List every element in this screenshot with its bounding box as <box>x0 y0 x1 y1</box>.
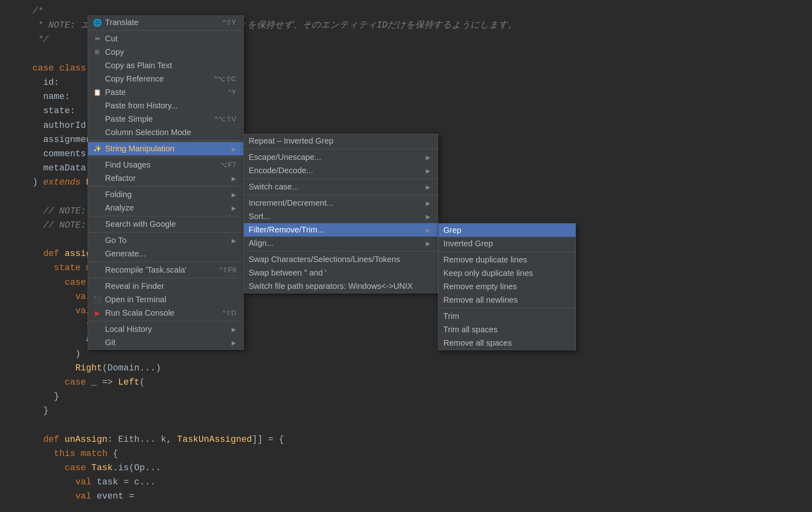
menu-item-label: Repeat – Inverted Grep <box>249 136 430 146</box>
menu-item-label: Paste <box>105 88 220 97</box>
menu-separator <box>244 149 438 149</box>
menu-item-label: Refactor <box>105 174 228 183</box>
menu-item-paste-history[interactable]: Paste from History... <box>88 99 243 112</box>
menu-item-copy-plain[interactable]: Copy as Plain Text <box>88 59 243 72</box>
menu-item-label: Remove all spaces <box>443 338 568 348</box>
translate-icon: 🌐 <box>93 18 102 27</box>
menu-item-translate[interactable]: 🌐 Translate ^⇧Y <box>88 16 243 29</box>
menu-item-refactor[interactable]: Refactor ▶ <box>88 172 243 185</box>
menu-item-swap-quotes[interactable]: Swap between " and ' <box>244 266 438 280</box>
submenu-arrow: ▶ <box>232 191 236 198</box>
menu-item-label: Paste from History... <box>105 101 236 110</box>
submenu-arrow: ▶ <box>426 227 430 233</box>
menu-item-grep[interactable]: Grep <box>438 224 576 237</box>
submenu-arrow: ▶ <box>426 213 430 220</box>
menu-item-trim-all-spaces[interactable]: Trim all spaces <box>438 323 576 336</box>
menu-separator <box>88 262 243 262</box>
menu-item-swap-chars[interactable]: Swap Characters/Selections/Lines/Tokens <box>244 253 438 266</box>
menu-item-run-scala[interactable]: ▶ Run Scala Console ^⇧D <box>88 306 243 320</box>
menu-item-label: Swap between " and ' <box>249 268 430 278</box>
menu-item-label: Remove all newlines <box>443 295 568 305</box>
menu-item-paste-simple[interactable]: Paste Simple ^⌥⇧V <box>88 112 243 126</box>
menu-item-shortcut: ^⌥⇧V <box>215 115 236 123</box>
menu-item-column-selection[interactable]: Column Selection Mode <box>88 126 243 139</box>
menu-item-keep-duplicate[interactable]: Keep only duplicate lines <box>438 267 576 280</box>
menu-separator <box>244 251 438 252</box>
search-google-icon <box>93 220 102 229</box>
menu-item-sort[interactable]: Sort... ▶ <box>244 210 438 223</box>
menu-item-find-usages[interactable]: Find Usages ⌥F7 <box>88 158 243 172</box>
menu-item-label: Copy as Plain Text <box>105 61 236 70</box>
paste-simple-icon <box>93 115 102 124</box>
menu-item-repeat-inverted-grep[interactable]: Repeat – Inverted Grep <box>244 134 438 148</box>
menu-item-switch-case[interactable]: Switch case... ▶ <box>244 180 438 194</box>
menu-item-trim[interactable]: Trim <box>438 310 576 323</box>
string-manip-icon: ✨ <box>93 144 102 153</box>
menu-item-label: Swap Characters/Selections/Lines/Tokens <box>249 255 430 264</box>
menu-item-inverted-grep[interactable]: Inverted Grep <box>438 237 576 250</box>
string-manipulation-submenu: Repeat – Inverted Grep Escape/Unescape..… <box>243 134 438 293</box>
menu-item-generate[interactable]: Generate... <box>88 247 243 260</box>
menu-separator <box>438 308 576 308</box>
submenu-arrow: ▶ <box>426 200 430 207</box>
menu-item-shortcut: ⌥F7 <box>220 161 236 169</box>
menu-item-label: Folding <box>105 190 228 199</box>
menu-item-git[interactable]: Git ▶ <box>88 336 243 349</box>
menu-item-string-manipulation[interactable]: ✨ String Manipulation ▶ <box>88 142 243 155</box>
terminal-icon: ⬛ <box>93 295 102 304</box>
menu-item-goto[interactable]: Go To ▶ <box>88 234 243 247</box>
menu-item-align[interactable]: Align... ▶ <box>244 237 438 250</box>
menu-item-cut[interactable]: ✂ Cut <box>88 32 243 45</box>
menu-item-label: Local History <box>105 325 228 334</box>
code-line: */ <box>32 34 49 45</box>
menu-separator <box>88 216 243 216</box>
menu-item-increment-decrement[interactable]: Increment/Decrement... ▶ <box>244 196 438 210</box>
menu-item-paste[interactable]: 📋 Paste ^Y <box>88 86 243 99</box>
menu-item-remove-empty[interactable]: Remove empty lines <box>438 280 576 293</box>
menu-item-copy[interactable]: ⎘ Copy <box>88 45 243 59</box>
menu-item-filter-remove-trim[interactable]: Filter/Remove/Trim... ▶ <box>244 223 438 237</box>
menu-item-label: Align... <box>249 239 422 248</box>
menu-item-label: Go To <box>105 236 228 245</box>
menu-item-open-terminal[interactable]: ⬛ Open in Terminal <box>88 293 243 306</box>
menu-item-escape-unescape[interactable]: Escape/Unescape... ▶ <box>244 151 438 164</box>
menu-item-remove-duplicate[interactable]: Remove duplicate lines <box>438 253 576 267</box>
menu-item-shortcut: ^⇧F9 <box>219 266 236 274</box>
menu-item-label: Copy Reference <box>105 74 206 84</box>
paste-icon: 📋 <box>93 88 102 97</box>
column-select-icon <box>93 128 102 137</box>
menu-item-local-history[interactable]: Local History ▶ <box>88 323 243 336</box>
menu-item-analyze[interactable]: Analyze ▶ <box>88 201 243 215</box>
menu-item-label: Copy <box>105 47 236 57</box>
menu-item-remove-all-spaces[interactable]: Remove all spaces <box>438 336 576 350</box>
copy-ref-icon <box>93 75 102 84</box>
menu-item-label: Cut <box>105 34 236 43</box>
menu-separator <box>438 252 576 252</box>
menu-item-folding[interactable]: Folding ▶ <box>88 188 243 201</box>
code-line: case class <box>32 63 91 73</box>
local-history-icon <box>93 325 102 334</box>
submenu-arrow: ▶ <box>426 154 430 161</box>
goto-icon <box>93 236 102 245</box>
find-usages-icon <box>93 161 102 170</box>
menu-item-encode-decode[interactable]: Encode/Decode... ▶ <box>244 164 438 177</box>
menu-item-reveal-finder[interactable]: Reveal in Finder <box>88 280 243 293</box>
menu-item-remove-newlines[interactable]: Remove all newlines <box>438 293 576 307</box>
menu-item-copy-reference[interactable]: Copy Reference ^⌥⇧C <box>88 72 243 86</box>
submenu-arrow: ▶ <box>232 340 236 346</box>
menu-item-label: Switch file path separators: Windows<->U… <box>249 282 430 291</box>
menu-item-label: Switch case... <box>249 182 422 191</box>
menu-item-recompile[interactable]: Recompile 'Task.scala' ^⇧F9 <box>88 263 243 277</box>
menu-item-label: Filter/Remove/Trim... <box>249 225 422 234</box>
copy-icon: ⎘ <box>93 48 102 57</box>
menu-separator <box>88 157 243 157</box>
menu-item-search-google[interactable]: Search with Google <box>88 217 243 231</box>
menu-item-switch-path[interactable]: Switch file path separators: Windows<->U… <box>244 280 438 293</box>
menu-item-label: Open in Terminal <box>105 295 236 304</box>
refactor-icon <box>93 174 102 183</box>
menu-item-label: Search with Google <box>105 219 236 229</box>
menu-item-shortcut: ^⇧Y <box>223 18 236 27</box>
menu-item-label: Remove duplicate lines <box>443 255 568 265</box>
menu-separator <box>244 179 438 179</box>
menu-item-label: Remove empty lines <box>443 282 568 291</box>
